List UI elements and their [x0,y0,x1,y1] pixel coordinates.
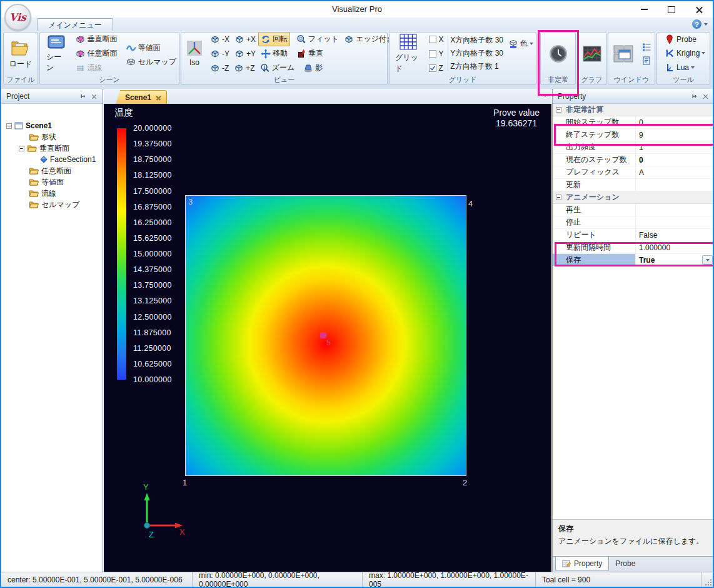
tab-main-menu[interactable]: メインメニュー [37,18,113,31]
property-panel-tabs: Property Probe [553,556,714,574]
checkbox-unchecked-icon [429,36,436,43]
property-row-current-step[interactable]: 現在のステップ数 0 [553,154,714,166]
scene-button[interactable]: シーン [44,33,69,74]
minimize-button[interactable] [630,1,658,18]
tab-probe[interactable]: Probe [609,557,641,570]
property-row-prefix[interactable]: プレフィックス A [553,166,714,179]
property-close-button[interactable] [701,92,710,101]
tree-item-vertical-section[interactable]: 垂直断面 [1,143,103,154]
cube-icon [234,63,244,73]
view-neg-y-button[interactable]: -Y [208,46,232,61]
grid-y-checkbox[interactable]: Y [426,46,446,61]
tab-close-icon[interactable] [156,95,161,101]
collapse-icon[interactable] [556,107,561,113]
tab-list-dropdown[interactable] [543,94,547,97]
chevron-down-icon [706,259,710,261]
tab-property[interactable]: Property [555,557,609,571]
folder-icon [29,200,39,210]
graph-icon [583,46,601,62]
lua-button[interactable]: Lua [662,61,697,74]
rotate-button[interactable]: 回転 [258,32,290,46]
checkbox-unchecked-icon [429,50,436,58]
resize-grip[interactable] [704,578,713,587]
project-close-button[interactable] [89,92,98,101]
view-neg-x-button[interactable]: -X [208,32,232,46]
window-layout-button[interactable] [610,43,636,64]
property-tab-icon [562,559,571,568]
property-row-update-interval[interactable]: 更新間隔時間 1.000000 [553,241,714,254]
close-icon [91,94,97,99]
property-row-update[interactable]: 更新 [553,179,714,191]
section-transient-calc[interactable]: 非定常計算 [553,104,714,116]
streamline-icon [76,63,86,73]
move-button[interactable]: 移動 [258,46,290,61]
vertical-section-button[interactable]: 垂直断面 [73,32,120,46]
tree-item-streamline[interactable]: 流線 [1,188,103,199]
cube-icon [210,34,220,44]
help-icon: ? [692,19,701,29]
help-button[interactable]: ? [692,19,708,29]
vertical-view-button[interactable]: 垂直 [294,46,326,61]
clock-icon [549,44,568,63]
3d-viewport[interactable]: 温度 20.000000 19.375000 18.750000 18.1250… [104,104,551,574]
transient-button[interactable] [546,43,570,64]
view-pos-x-button[interactable]: +X [232,32,258,46]
window-list-button[interactable] [640,41,653,53]
streamline-button[interactable]: 流線 [73,61,120,75]
shadow-button[interactable]: 影 [301,61,325,75]
property-row-output-frequency[interactable]: 出力頻度 1 [553,141,714,154]
collapse-icon[interactable] [6,123,12,129]
pin-button[interactable] [689,92,698,101]
title-bar[interactable]: Visualizer Pro [1,1,713,18]
section-animation[interactable]: アニメーション [553,191,714,204]
tree-item-isosurface[interactable]: 等値面 [1,176,103,188]
app-menu-button[interactable]: Vis [4,4,31,31]
tab-scene1[interactable]: Scene1 [116,90,167,104]
tree-item-shape[interactable]: 形状 [1,131,103,143]
color-icon [508,39,518,49]
save-value-dropdown[interactable] [702,255,713,265]
property-row-end-step[interactable]: 終了ステップ数 9 [553,129,714,141]
collapse-icon[interactable] [19,146,24,151]
grid-color-button[interactable]: 色 [506,36,536,51]
folder-icon [27,143,37,153]
folder-icon [29,132,39,142]
view-pos-z-button[interactable]: +Z [231,61,257,75]
tree-item-facesection1[interactable]: FaceSection1 [1,154,103,165]
tree-item-scene1[interactable]: Scene1 [1,120,103,131]
ribbon-group-transient: 非定常 [540,32,576,85]
cube-icon [234,49,244,59]
maximize-button[interactable] [658,1,685,18]
property-row-save[interactable]: 保存 True [553,254,714,266]
tree-item-arbitrary-section[interactable]: 任意断面 [1,165,103,176]
grid-button[interactable]: グリッド [393,32,424,75]
chevron-down-icon [701,52,705,54]
iso-view-button[interactable]: Iso [184,39,205,68]
property-row-stop[interactable]: 停止 [553,216,714,229]
status-center: center: 5.00000E-001, 5.00000E-001, 5.00… [1,572,193,587]
property-row-repeat[interactable]: リピート False [553,229,714,241]
collapse-icon[interactable] [556,195,561,200]
isosurface-button[interactable]: 等値面 [124,41,179,55]
property-row-play[interactable]: 再生 [553,204,714,216]
property-row-start-step[interactable]: 開始ステップ数 0 [553,116,714,129]
graph-button[interactable] [580,44,604,63]
close-button[interactable] [685,1,713,18]
grid-z-checkbox[interactable]: Z [426,61,446,75]
cellmap-button[interactable]: セルマップ [124,55,179,69]
tree-item-cellmap[interactable]: セルマップ [1,199,103,210]
fit-button[interactable]: フィット [294,32,341,46]
kriging-button[interactable]: Kriging [662,46,708,60]
arbitrary-section-button[interactable]: 任意断面 [73,46,120,61]
window-doc-button[interactable] [640,55,653,66]
zoom-button[interactable]: ズーム [258,61,298,75]
view-neg-z-button[interactable]: -Z [208,61,231,75]
load-button[interactable]: ロード [7,37,35,71]
grid-x-checkbox[interactable]: X [426,32,446,46]
axis-triad: Y X Z [119,482,194,545]
status-min: min: 0.00000E+000, 0.00000E+000, 0.00000… [193,572,363,587]
view-pos-y-button[interactable]: +Y [232,46,258,61]
pin-button[interactable] [78,92,86,101]
probe-button[interactable]: Probe [662,33,699,46]
property-description-title: 保存 [558,524,708,534]
